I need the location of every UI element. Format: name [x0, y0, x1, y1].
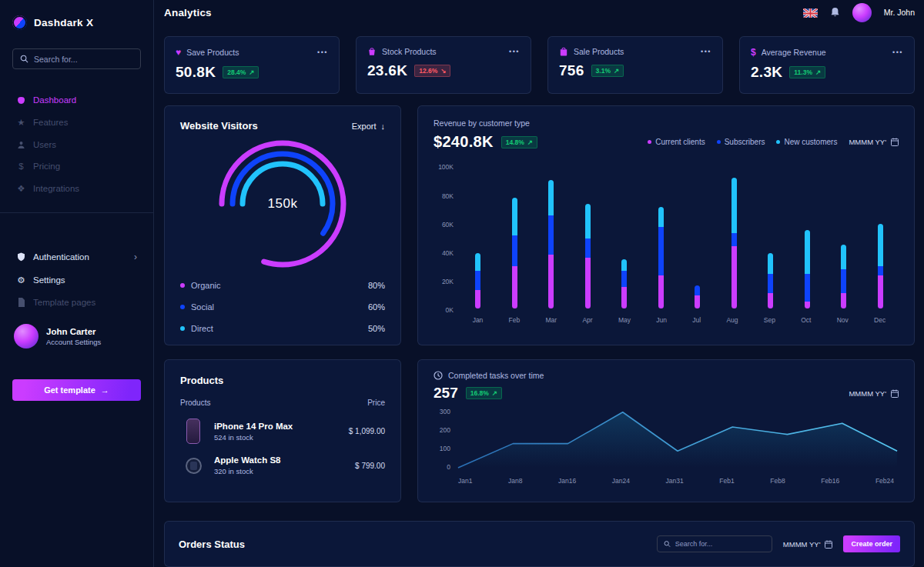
date-label: MMMM YY' — [849, 389, 886, 398]
website-visitors-card: Website Visitors Export ↓ 150k Organic 8… — [164, 105, 401, 345]
product-row-iphone[interactable]: iPhone 14 Pro Max 524 in stock $ 1,099.0… — [180, 419, 385, 444]
topbar: Analytics Mr. John — [164, 0, 915, 25]
sidebar-item-label: Integrations — [33, 184, 79, 193]
legend-row-direct: Direct 50% — [180, 318, 385, 339]
page-title: Analytics — [164, 7, 212, 18]
sidebar-item-label: Features — [33, 118, 68, 127]
sidebar-item-users[interactable]: Users — [12, 134, 141, 155]
card-title: Orders Status — [179, 539, 245, 550]
sidebar-search[interactable] — [12, 48, 141, 69]
trend-badge: 14.8%↗ — [501, 136, 537, 148]
trend-badge: 3.1%↗ — [591, 65, 624, 77]
chevron-right-icon: › — [134, 252, 137, 262]
stat-label: Sale Products — [574, 47, 624, 56]
trend-up-icon: ↗ — [815, 68, 821, 76]
sidebar-item-label: Authentication — [33, 252, 89, 262]
column-header-products: Products — [180, 399, 210, 407]
calendar-icon — [891, 138, 899, 146]
calendar-icon — [825, 540, 832, 549]
stat-label: Average Revenue — [762, 48, 826, 57]
gauge-center-value: 150k — [215, 136, 350, 272]
date-label: MMMM YY' — [783, 540, 821, 549]
tasks-line-chart: 3002001000 Jan1Jan8Jan16Jan24Jan31Feb1F — [434, 408, 899, 494]
legend-label: Social — [191, 302, 214, 312]
create-order-button[interactable]: Create order — [843, 535, 900, 552]
legend-percent: 50% — [368, 324, 385, 333]
dollar-icon: $ — [751, 47, 756, 58]
more-menu-icon[interactable]: ••• — [701, 48, 711, 55]
tasks-yaxis: 3002001000 — [434, 408, 457, 471]
orders-search[interactable] — [657, 535, 772, 552]
legend-label: Direct — [191, 324, 213, 333]
orders-search-input[interactable] — [675, 540, 765, 548]
sidebar-item-template-pages[interactable]: Template pages — [12, 292, 141, 313]
bell-icon[interactable] — [830, 7, 840, 18]
sidebar-item-authentication[interactable]: Authentication › — [12, 245, 141, 268]
app-logo: Dashdark X — [12, 15, 141, 30]
date-range-picker[interactable]: MMMM YY' — [849, 389, 899, 398]
stat-card-average-revenue: $ Average Revenue ••• 2.3K 11.3%↗ — [739, 36, 915, 94]
legend-subscribers: Subscribers — [717, 138, 765, 146]
revenue-bar-chart: 100K80K60K40K20K0K JanFebMarAprMayJunJul… — [434, 163, 899, 332]
trend-badge: 11.3%↗ — [789, 66, 825, 78]
sidebar-item-label: Template pages — [33, 298, 95, 307]
charts-row: Website Visitors Export ↓ 150k Organic 8… — [164, 105, 915, 345]
bag-icon — [367, 47, 377, 56]
product-stock: 320 in stock — [214, 467, 280, 475]
visitors-legend: Organic 80% Social 60% Direct 50% — [180, 275, 385, 339]
language-flag-icon[interactable] — [803, 8, 818, 18]
more-menu-icon[interactable]: ••• — [317, 48, 328, 56]
sidebar-item-integrations[interactable]: ❖ Integrations — [12, 177, 141, 200]
get-template-label: Get template — [44, 385, 95, 395]
card-title: Revenue by customer type — [434, 118, 899, 128]
puzzle-icon: ❖ — [16, 183, 26, 194]
sidebar-item-dashboard[interactable]: Dashboard — [12, 89, 141, 111]
trend-up-icon: ↗ — [527, 138, 533, 146]
revenue-value: $240.8K — [434, 133, 494, 151]
shield-icon — [16, 252, 26, 262]
stat-cards-row: ♥ Save Products ••• 50.8K 28.4%↗ Stock P… — [164, 36, 915, 94]
search-icon — [20, 55, 28, 63]
visitors-gauge-chart: 150k — [215, 136, 350, 272]
more-menu-icon[interactable]: ••• — [892, 48, 903, 56]
trend-badge: 28.4%↗ — [223, 66, 259, 78]
revenue-yaxis: 100K80K60K40K20K0K — [434, 163, 460, 314]
sidebar-profile[interactable]: John Carter Account Settings — [12, 324, 141, 349]
export-label: Export — [352, 122, 377, 131]
trend-up-icon: ↗ — [249, 68, 254, 76]
sidebar-item-label: Dashboard — [33, 95, 76, 105]
user-avatar[interactable] — [852, 3, 872, 22]
sidebar-item-pricing[interactable]: $ Pricing — [12, 155, 141, 177]
stat-value: 50.8K — [176, 64, 216, 81]
tasks-xaxis: Jan1Jan8Jan16Jan24Jan31Feb1Feb8Feb16Feb2… — [457, 477, 899, 485]
stat-card-stock-products: Stock Products ••• 23.6K 12.6%↘ — [356, 36, 531, 94]
dollar-icon: $ — [16, 162, 26, 171]
trend-badge: 12.6%↘ — [414, 65, 450, 77]
arrow-right-icon: → — [101, 385, 109, 395]
stat-card-sale-products: Sale Products ••• 756 3.1%↗ — [547, 36, 723, 94]
trend-up-icon: ↗ — [614, 67, 619, 75]
legend-percent: 80% — [368, 281, 385, 290]
tasks-value: 257 — [434, 385, 458, 402]
legend-percent: 60% — [368, 302, 385, 312]
product-stock: 524 in stock — [214, 433, 293, 442]
stat-label: Stock Products — [382, 47, 437, 56]
date-range-picker[interactable]: MMMM YY' — [849, 138, 899, 146]
revenue-bars — [460, 163, 899, 309]
product-price: $ 1,099.00 — [349, 427, 385, 435]
product-row-watch[interactable]: Apple Watch S8 320 in stock $ 799.00 — [180, 455, 385, 475]
legend-row-organic: Organic 80% — [180, 275, 385, 296]
get-template-button[interactable]: Get template → — [12, 379, 141, 401]
date-range-picker[interactable]: MMMM YY' — [783, 540, 833, 549]
avatar — [14, 324, 38, 349]
product-name: iPhone 14 Pro Max — [214, 422, 293, 431]
export-button[interactable]: Export ↓ — [352, 122, 385, 131]
search-input[interactable] — [34, 55, 133, 64]
stat-card-save-products: ♥ Save Products ••• 50.8K 28.4%↗ — [164, 36, 340, 94]
sidebar-item-settings[interactable]: ⚙ Settings — [12, 268, 141, 292]
sidebar-item-label: Users — [33, 140, 56, 149]
watch-icon — [180, 458, 206, 474]
more-menu-icon[interactable]: ••• — [509, 48, 520, 55]
sidebar-item-features[interactable]: ★ Features — [12, 111, 141, 134]
card-title: Products — [180, 375, 223, 386]
